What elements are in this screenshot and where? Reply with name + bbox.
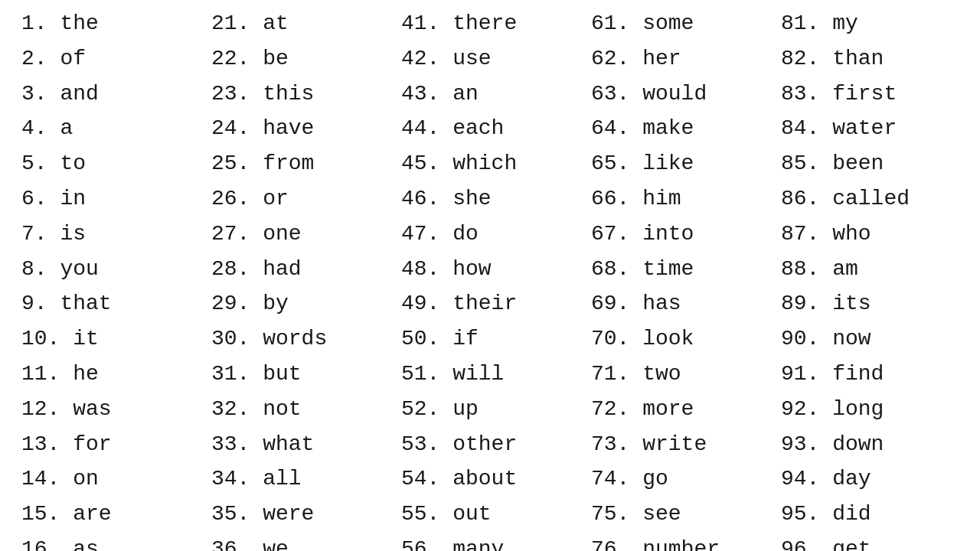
column-col3: 41. there42. use43. an44. each45. which4… [395,6,585,545]
list-item: 21. at [205,6,395,41]
list-item: 72. more [585,392,775,427]
list-item: 90. now [775,321,965,357]
list-item: 34. all [205,461,395,497]
list-item: 1. the [15,6,205,41]
list-item: 67. into [585,217,775,252]
list-item: 24. have [205,111,395,146]
list-item: 96. get [775,532,965,551]
list-item: 88. am [775,252,965,287]
list-item: 86. called [775,181,965,217]
list-item: 51. will [395,357,585,392]
list-item: 9. that [15,286,205,321]
list-item: 62. her [585,41,775,77]
column-col1: 1. the2. of3. and4. a5. to6. in7. is8. y… [15,6,205,545]
list-item: 85. been [775,146,965,181]
list-item: 11. he [15,357,205,392]
list-item: 64. make [585,111,775,146]
list-item: 87. who [775,217,965,252]
list-item: 14. on [15,461,205,497]
list-item: 61. some [585,6,775,41]
list-item: 22. be [205,41,395,77]
list-item: 84. water [775,111,965,146]
list-item: 95. did [775,497,965,532]
list-item: 81. my [775,6,965,41]
list-item: 93. down [775,427,965,462]
list-item: 23. this [205,77,395,112]
list-item: 6. in [15,181,205,217]
list-item: 29. by [205,286,395,321]
list-item: 94. day [775,461,965,497]
list-item: 31. but [205,357,395,392]
list-item: 92. long [775,392,965,427]
list-item: 69. has [585,286,775,321]
list-item: 83. first [775,77,965,112]
list-item: 4. a [15,111,205,146]
list-item: 16. as [15,532,205,551]
list-item: 2. of [15,41,205,77]
list-item: 82. than [775,41,965,77]
list-item: 26. or [205,181,395,217]
list-item: 27. one [205,217,395,252]
column-col4: 61. some62. her63. would64. make65. like… [585,6,775,545]
list-item: 10. it [15,321,205,357]
list-item: 91. find [775,357,965,392]
list-item: 12. was [15,392,205,427]
list-item: 53. other [395,427,585,462]
list-item: 46. she [395,181,585,217]
list-item: 73. write [585,427,775,462]
list-item: 25. from [205,146,395,181]
list-item: 74. go [585,461,775,497]
list-item: 70. look [585,321,775,357]
word-list-container: 1. the2. of3. and4. a5. to6. in7. is8. y… [0,0,980,551]
list-item: 28. had [205,252,395,287]
list-item: 65. like [585,146,775,181]
list-item: 13. for [15,427,205,462]
list-item: 63. would [585,77,775,112]
list-item: 8. you [15,252,205,287]
list-item: 32. not [205,392,395,427]
list-item: 54. about [395,461,585,497]
list-item: 50. if [395,321,585,357]
list-item: 66. him [585,181,775,217]
list-item: 42. use [395,41,585,77]
list-item: 5. to [15,146,205,181]
list-item: 89. its [775,286,965,321]
list-item: 76. number [585,532,775,551]
list-item: 75. see [585,497,775,532]
list-item: 35. were [205,497,395,532]
list-item: 71. two [585,357,775,392]
list-item: 56. many [395,532,585,551]
list-item: 41. there [395,6,585,41]
column-col5: 81. my82. than83. first84. water85. been… [775,6,965,545]
list-item: 55. out [395,497,585,532]
list-item: 36. we [205,532,395,551]
list-item: 3. and [15,77,205,112]
list-item: 15. are [15,497,205,532]
list-item: 49. their [395,286,585,321]
column-col2: 21. at22. be23. this24. have25. from26. … [205,6,395,545]
list-item: 52. up [395,392,585,427]
list-item: 30. words [205,321,395,357]
list-item: 7. is [15,217,205,252]
list-item: 47. do [395,217,585,252]
list-item: 33. what [205,427,395,462]
list-item: 43. an [395,77,585,112]
list-item: 44. each [395,111,585,146]
list-item: 68. time [585,252,775,287]
list-item: 45. which [395,146,585,181]
list-item: 48. how [395,252,585,287]
